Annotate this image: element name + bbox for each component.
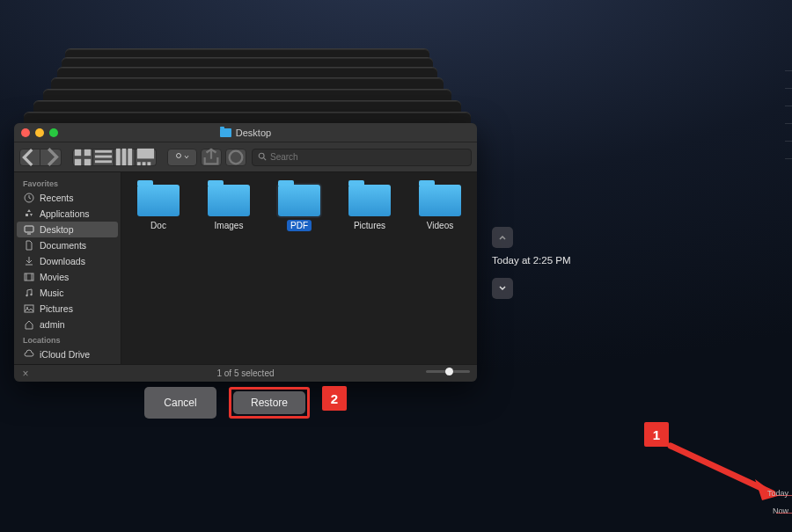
applications-icon bbox=[23, 208, 34, 219]
folder-item[interactable]: Images bbox=[197, 185, 260, 352]
sidebar-item-pictures[interactable]: Pictures bbox=[14, 301, 121, 317]
svg-rect-10 bbox=[137, 149, 154, 159]
sidebar-item-label: Downloads bbox=[40, 256, 85, 266]
svg-point-21 bbox=[30, 294, 32, 295]
toolbar bbox=[14, 142, 477, 172]
desktop-icon bbox=[23, 224, 34, 235]
gallery-view-button[interactable] bbox=[136, 149, 157, 166]
item-label: Pictures bbox=[350, 220, 389, 231]
timeline-now-label: Now bbox=[773, 506, 788, 515]
annotation-box: Restore bbox=[229, 387, 310, 419]
folder-item[interactable]: Doc bbox=[127, 185, 190, 352]
sidebar-header-favorites: Favorites bbox=[14, 176, 121, 190]
timeline-tick bbox=[785, 106, 792, 106]
tags-button[interactable] bbox=[225, 149, 246, 166]
svg-rect-11 bbox=[137, 162, 141, 165]
action-menu-button[interactable] bbox=[167, 149, 197, 166]
folder-icon bbox=[419, 185, 461, 216]
timeline-tick bbox=[785, 123, 792, 124]
sidebar-item-label: admin bbox=[40, 319, 65, 330]
sidebar-item-music[interactable]: Music bbox=[14, 285, 121, 301]
zoom-icon[interactable] bbox=[49, 128, 58, 137]
sidebar-item-label: Recents bbox=[40, 193, 74, 203]
downloads-icon bbox=[23, 256, 34, 266]
svg-rect-18 bbox=[25, 226, 33, 232]
timeline-next-button[interactable] bbox=[492, 278, 513, 299]
file-grid[interactable]: Doc Images PDF Pictures Videos bbox=[121, 172, 477, 364]
back-button[interactable] bbox=[19, 149, 40, 166]
timeline-tick bbox=[785, 158, 792, 159]
documents-icon bbox=[23, 240, 34, 251]
sidebar: Favorites Recents Applications Desktop D… bbox=[14, 172, 121, 364]
sidebar-item-label: Movies bbox=[40, 272, 69, 282]
sidebar-item-recents[interactable]: Recents bbox=[14, 190, 121, 206]
cancel-button[interactable]: Cancel bbox=[144, 387, 216, 419]
cloud-icon bbox=[23, 349, 34, 360]
close-icon[interactable]: × bbox=[19, 368, 32, 380]
timeline-tick bbox=[785, 70, 792, 71]
close-icon[interactable] bbox=[21, 128, 30, 137]
item-label: PDF bbox=[287, 220, 312, 231]
folder-icon bbox=[278, 185, 320, 216]
sidebar-item-documents[interactable]: Documents bbox=[14, 237, 121, 253]
column-view-button[interactable] bbox=[114, 149, 136, 166]
timeline-current-label: Today at 2:25 PM bbox=[492, 255, 571, 266]
forward-button[interactable] bbox=[40, 149, 62, 166]
folder-item[interactable]: PDF bbox=[268, 185, 331, 352]
timeline-tick bbox=[776, 495, 792, 496]
timeline-tick bbox=[776, 513, 792, 514]
tool-group bbox=[167, 149, 246, 166]
svg-rect-4 bbox=[95, 150, 112, 153]
svg-rect-13 bbox=[147, 162, 150, 165]
timeline-scale[interactable]: Today Now bbox=[773, 0, 792, 532]
slider-knob[interactable] bbox=[445, 368, 453, 375]
timeline-tick bbox=[785, 141, 792, 142]
sidebar-item-admin[interactable]: admin bbox=[14, 317, 121, 332]
svg-rect-5 bbox=[95, 156, 112, 158]
search-input[interactable] bbox=[270, 152, 466, 162]
sidebar-header-locations: Locations bbox=[14, 332, 121, 346]
svg-point-16 bbox=[259, 153, 264, 158]
window-title-label: Desktop bbox=[236, 128, 271, 138]
search-field[interactable] bbox=[252, 149, 472, 166]
titlebar: Desktop bbox=[14, 123, 477, 142]
movies-icon bbox=[23, 272, 34, 282]
svg-rect-1 bbox=[84, 149, 91, 155]
svg-rect-9 bbox=[128, 149, 132, 165]
restore-button[interactable]: Restore bbox=[233, 391, 305, 414]
icon-size-slider[interactable] bbox=[426, 370, 470, 373]
sidebar-item-movies[interactable]: Movies bbox=[14, 269, 121, 285]
window-title: Desktop bbox=[14, 128, 477, 138]
sidebar-item-label: Pictures bbox=[40, 303, 73, 314]
item-label: Images bbox=[211, 220, 247, 231]
folder-icon bbox=[208, 185, 250, 216]
sidebar-item-desktop[interactable]: Desktop bbox=[17, 222, 118, 237]
svg-rect-12 bbox=[143, 162, 146, 165]
finder-window: Desktop Favorites bbox=[14, 123, 477, 382]
item-label: Doc bbox=[147, 220, 170, 231]
svg-rect-8 bbox=[122, 149, 127, 165]
list-view-button[interactable] bbox=[93, 149, 114, 166]
action-buttons: Cancel Restore 2 bbox=[14, 387, 477, 419]
svg-rect-22 bbox=[25, 305, 33, 312]
folder-item[interactable]: Pictures bbox=[338, 185, 401, 352]
sidebar-item-applications[interactable]: Applications bbox=[14, 206, 121, 222]
svg-rect-0 bbox=[75, 149, 81, 155]
music-icon bbox=[23, 288, 34, 298]
timeline-today-label: Today bbox=[767, 489, 788, 498]
sidebar-item-icloud[interactable]: iCloud Drive bbox=[14, 346, 121, 362]
folder-icon bbox=[137, 185, 180, 216]
share-button[interactable] bbox=[201, 149, 222, 166]
folder-item[interactable]: Videos bbox=[408, 185, 472, 352]
statusbar: × 1 of 5 selected bbox=[14, 364, 477, 382]
folder-icon bbox=[348, 185, 391, 216]
sidebar-item-label: Desktop bbox=[40, 224, 74, 235]
icon-view-button[interactable] bbox=[72, 149, 93, 166]
timeline-prev-button[interactable] bbox=[492, 227, 513, 248]
sidebar-item-label: Documents bbox=[40, 240, 86, 251]
sidebar-item-label: Applications bbox=[40, 208, 90, 219]
minimize-icon[interactable] bbox=[35, 128, 44, 137]
sidebar-item-label: iCloud Drive bbox=[40, 349, 90, 360]
home-icon bbox=[23, 319, 34, 330]
sidebar-item-downloads[interactable]: Downloads bbox=[14, 253, 121, 269]
